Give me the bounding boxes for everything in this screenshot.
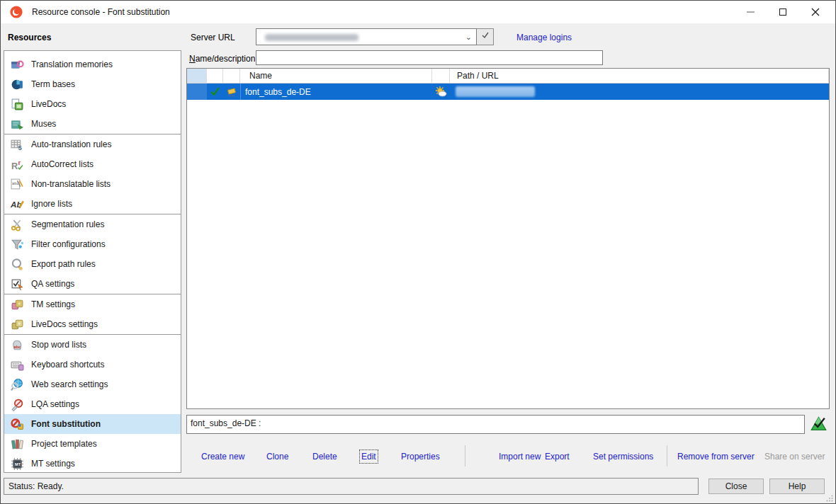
resource-type-cell <box>223 84 240 100</box>
filter-configurations-icon <box>11 238 24 251</box>
svg-text:R: R <box>11 161 18 171</box>
header-status-column[interactable] <box>207 69 223 83</box>
web-search-settings-icon <box>11 378 24 391</box>
remove-from-server-command[interactable]: Remove from server <box>677 452 755 462</box>
svg-text:5: 5 <box>18 143 23 151</box>
close-button[interactable]: Close <box>708 479 764 494</box>
help-button[interactable]: Help <box>769 479 825 494</box>
minimize-icon <box>747 11 755 13</box>
sidebar-item-keyboard-shortcuts[interactable]: Keyboard shortcuts <box>4 355 181 374</box>
resource-details-box[interactable]: font_subs_de-DE : <box>186 415 805 434</box>
close-window-button[interactable] <box>798 1 832 23</box>
svg-text:r: r <box>18 158 21 166</box>
sidebar-item-segmentation-rules[interactable]: Segmentation rules <box>4 214 181 234</box>
cloud-sun-icon <box>435 86 447 98</box>
export-command[interactable]: Export <box>545 452 570 462</box>
sidebar-item-livedocs-settings[interactable]: LiveDocs settings <box>4 314 181 334</box>
create-new-command[interactable]: Create new <box>201 452 244 462</box>
window-title: Resource console - Font substitution <box>32 7 170 17</box>
svg-text:MT: MT <box>15 462 21 466</box>
svg-text:abc: abc <box>13 345 21 349</box>
header-location-column[interactable] <box>432 69 450 83</box>
resource-row-font-subs-de-DE[interactable]: font_subs_de-DE <box>187 84 829 100</box>
sidebar-item-mt-settings[interactable]: MT MT settings <box>4 454 181 474</box>
import-new-command[interactable]: Import new <box>499 452 541 462</box>
sidebar-item-translation-memories[interactable]: Translation memories <box>4 55 181 74</box>
sidebar-item-tm-settings[interactable]: TM settings <box>4 294 181 314</box>
resource-name-cell: font_subs_de-DE <box>240 84 432 100</box>
clone-command[interactable]: Clone <box>266 452 288 462</box>
check-icon <box>481 31 490 40</box>
server-url-label: Server URL <box>191 33 235 42</box>
row-selector-cell[interactable] <box>187 84 207 100</box>
export-path-rules-icon <box>11 258 24 271</box>
checked-cell <box>207 84 223 100</box>
name-description-input[interactable] <box>256 50 603 65</box>
qa-settings-icon <box>11 277 24 291</box>
font-substitution-icon <box>11 418 24 431</box>
properties-command[interactable]: Properties <box>401 452 440 462</box>
header-type-column[interactable] <box>223 69 240 83</box>
check-icon <box>210 86 220 97</box>
memoq-logo-icon <box>10 6 23 18</box>
muses-icon <box>11 118 24 131</box>
sidebar-item-project-templates[interactable]: Project templates <box>4 434 181 454</box>
resize-grip[interactable] <box>826 494 833 501</box>
path-redacted-value <box>456 86 535 97</box>
server-url-combobox[interactable]: ⌄ <box>256 28 477 45</box>
livedocs-icon <box>11 98 24 111</box>
connect-server-button[interactable] <box>477 28 494 45</box>
sidebar-item-ignore-lists[interactable]: Ab Ignore lists <box>4 194 181 214</box>
chevron-down-icon[interactable]: ⌄ <box>465 33 472 42</box>
sidebar-item-muses[interactable]: Muses <box>4 114 181 134</box>
header-path-column[interactable]: Path / URL <box>450 69 829 83</box>
sidebar-item-filter-configurations[interactable]: Filter configurations <box>4 234 181 254</box>
auto-translation-rules-icon: 5 <box>11 138 24 151</box>
tm-settings-icon <box>11 298 24 311</box>
resource-list-header: Name Path / URL <box>187 69 829 84</box>
delete-command[interactable]: Delete <box>312 452 337 462</box>
translation-memories-icon <box>11 58 24 71</box>
set-permissions-command[interactable]: Set permissions <box>593 452 653 462</box>
sidebar-item-web-search-settings[interactable]: Web search settings <box>4 374 181 394</box>
minimize-button[interactable] <box>735 1 766 23</box>
project-templates-icon <box>11 437 24 451</box>
sidebar-item-lqa-settings[interactable]: LQA settings <box>4 394 181 414</box>
header-corner-cell[interactable] <box>187 69 207 83</box>
sidebar-item-stop-word-lists[interactable]: abc Stop word lists <box>4 335 181 355</box>
sidebar-item-term-bases[interactable]: Term bases <box>4 74 181 94</box>
command-separator <box>667 445 667 466</box>
sidebar-item-autocorrect-lists[interactable]: R r AutoCorrect lists <box>4 154 181 174</box>
resources-sidebar: Translation memories Term bases LiveDocs <box>4 50 181 473</box>
sidebar-item-livedocs[interactable]: LiveDocs <box>4 94 181 114</box>
share-on-server-command: Share on server <box>764 452 825 462</box>
keyboard-shortcuts-icon <box>11 358 24 372</box>
location-cell <box>432 84 450 100</box>
sidebar-item-non-translatable-lists[interactable]: abc Non-translatable lists <box>4 174 181 194</box>
font-substitution-resource-icon <box>810 416 827 432</box>
header-name-column[interactable]: Name <box>240 69 432 83</box>
resource-path-cell <box>450 84 829 100</box>
non-translatable-lists-icon: abc <box>11 178 24 191</box>
term-bases-icon <box>11 78 24 91</box>
manage-logins-link[interactable]: Manage logins <box>516 33 572 42</box>
livedocs-settings-icon <box>11 318 24 331</box>
server-url-redacted-value <box>265 34 358 41</box>
sidebar-item-font-substitution[interactable]: Font substitution <box>4 414 181 434</box>
resource-details-text: font_subs_de-DE : <box>191 418 261 428</box>
sidebar-item-qa-settings[interactable]: QA settings <box>4 274 181 294</box>
edit-command[interactable]: Edit <box>361 452 376 462</box>
resource-list: Name Path / URL font_subs_de-DE <box>186 68 830 409</box>
edit-book-icon <box>226 86 237 98</box>
sidebar-item-auto-translation-rules[interactable]: 5 Auto-translation rules <box>4 134 181 154</box>
ignore-lists-icon: Ab <box>11 197 24 211</box>
lqa-settings-icon <box>11 398 24 411</box>
mt-settings-icon: MT <box>11 457 24 471</box>
maximize-button[interactable] <box>767 1 798 23</box>
maximize-icon <box>779 8 786 16</box>
segmentation-rules-icon <box>11 218 24 231</box>
name-description-label: Name/description <box>189 54 255 64</box>
sidebar-item-export-path-rules[interactable]: Export path rules <box>4 254 181 274</box>
command-separator <box>465 445 465 466</box>
stop-word-lists-icon: abc <box>11 338 24 352</box>
